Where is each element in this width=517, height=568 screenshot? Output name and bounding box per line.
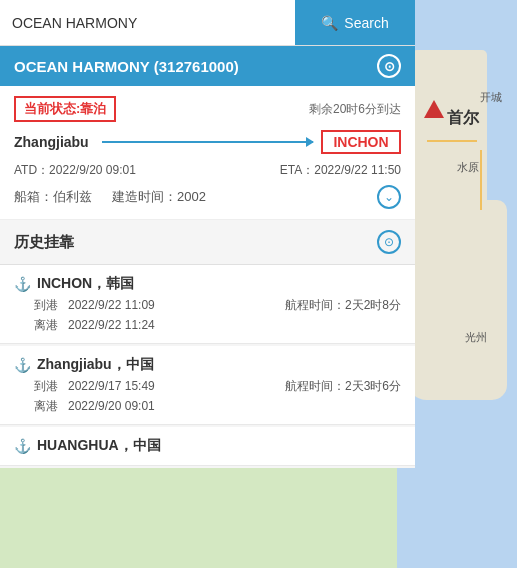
- extra-info: 船箱：伯利兹 建造时间：2002: [14, 188, 206, 206]
- port-entry-huanghua: ⚓ HUANGHUA，中国: [0, 427, 415, 466]
- port-name-huanghua: HUANGHUA，中国: [37, 437, 161, 455]
- port-name-zhangjiabu: Zhangjiabu，中国: [37, 356, 154, 374]
- arrive-label-zhangjiabu: 到港 2022/9/17 15:49: [34, 378, 155, 395]
- port-details-zhangjiabu: 到港 2022/9/17 15:49 航程时间：2天3时6分: [14, 378, 401, 395]
- history-title: 历史挂靠: [14, 233, 74, 252]
- anchor-icon-inchon: ⚓: [14, 276, 31, 292]
- anchor-icon-zhangjiabu: ⚓: [14, 357, 31, 373]
- port-name-row-zhangjiabu: ⚓ Zhangjiabu，中国: [14, 356, 401, 374]
- map-road-h: [427, 140, 477, 142]
- ship-header: OCEAN HARMONY (312761000) ⊙: [0, 46, 415, 86]
- map-label-suwon: 水原: [457, 160, 479, 175]
- search-input[interactable]: [0, 0, 295, 45]
- port-name-row-inchon: ⚓ INCHON，韩国: [14, 275, 401, 293]
- status-row: 当前状态:靠泊 剩余20时6分到达: [14, 96, 401, 122]
- history-header: 历史挂靠 ⊙: [0, 220, 415, 265]
- anchor-icon-huanghua: ⚓: [14, 438, 31, 454]
- extra-row: 船箱：伯利兹 建造时间：2002 ⌄: [14, 185, 401, 209]
- map-label-seoul: 首尔: [447, 108, 479, 129]
- port-depart-inchon: 离港 2022/9/22 11:24: [14, 317, 401, 334]
- route-to: INCHON: [321, 130, 401, 154]
- map-label-kaikai: 开城: [480, 90, 502, 105]
- port-entry-zhangjiabu: ⚓ Zhangjiabu，中国 到港 2022/9/17 15:49 航程时间：…: [0, 346, 415, 425]
- map-label-guangzhou: 光州: [465, 330, 487, 345]
- history-collapse-icon: ⊙: [384, 235, 394, 249]
- search-icon: 🔍: [321, 15, 338, 31]
- collapse-icon: ⊙: [384, 59, 395, 74]
- info-section: 当前状态:靠泊 剩余20时6分到达 Zhangjiabu INCHON ATD：…: [0, 86, 415, 220]
- search-button-label: Search: [344, 15, 388, 31]
- atd-label: ATD：2022/9/20 09:01: [14, 162, 136, 179]
- ship-hold-label: 船箱：伯利兹: [14, 188, 92, 206]
- history-collapse-button[interactable]: ⊙: [377, 230, 401, 254]
- eta-label: ETA：2022/9/22 11:50: [280, 162, 401, 179]
- search-bar: 🔍 Search: [0, 0, 415, 46]
- route-from: Zhangjiabu: [14, 134, 94, 150]
- map-land-korea-south: [407, 200, 507, 400]
- remaining-time: 剩余20时6分到达: [309, 101, 401, 118]
- ship-header-title: OCEAN HARMONY (312761000): [14, 58, 239, 75]
- expand-icon: ⌄: [384, 190, 394, 204]
- map-road-v: [480, 150, 482, 210]
- history-section: 历史挂靠 ⊙ ⚓ INCHON，韩国 到港 2022/9/22 11:09 航程…: [0, 220, 415, 468]
- port-name-row-huanghua: ⚓ HUANGHUA，中国: [14, 437, 401, 455]
- voyage-inchon: 航程时间：2天2时8分: [285, 297, 401, 314]
- main-panel: 🔍 Search OCEAN HARMONY (312761000) ⊙ 当前状…: [0, 0, 415, 468]
- time-row: ATD：2022/9/20 09:01 ETA：2022/9/22 11:50: [14, 162, 401, 179]
- port-depart-zhangjiabu: 离港 2022/9/20 09:01: [14, 398, 401, 415]
- port-entry-inchon: ⚓ INCHON，韩国 到港 2022/9/22 11:09 航程时间：2天2时…: [0, 265, 415, 344]
- status-badge: 当前状态:靠泊: [14, 96, 116, 122]
- route-arrow: [102, 141, 313, 143]
- voyage-zhangjiabu: 航程时间：2天3时6分: [285, 378, 401, 395]
- route-row: Zhangjiabu INCHON: [14, 130, 401, 154]
- port-name-inchon: INCHON，韩国: [37, 275, 134, 293]
- arrive-label-inchon: 到港 2022/9/22 11:09: [34, 297, 155, 314]
- map-ship-marker: [424, 100, 444, 118]
- port-details-inchon: 到港 2022/9/22 11:09 航程时间：2天2时8分: [14, 297, 401, 314]
- info-expand-button[interactable]: ⌄: [377, 185, 401, 209]
- build-year-label: 建造时间：2002: [112, 188, 206, 206]
- ship-header-collapse[interactable]: ⊙: [377, 54, 401, 78]
- search-button[interactable]: 🔍 Search: [295, 0, 415, 45]
